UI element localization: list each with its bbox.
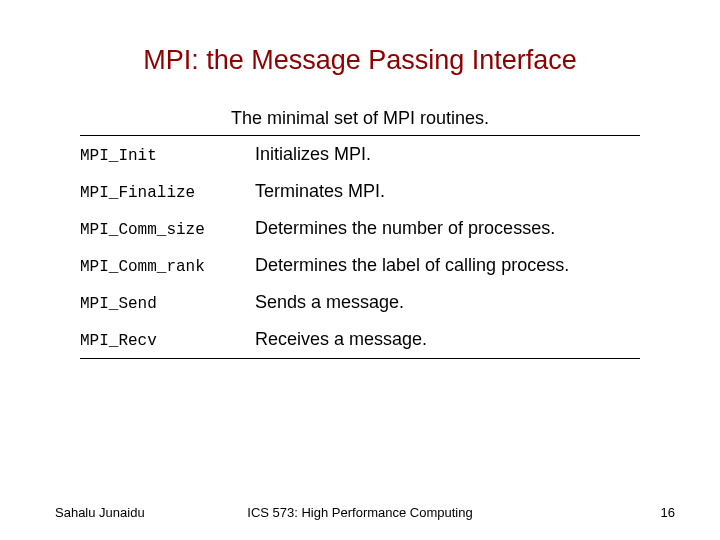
table-row: MPI_Recv Receives a message. [80, 321, 640, 358]
routines-table: MPI_Init Initializes MPI. MPI_Finalize T… [80, 135, 640, 359]
table-row: MPI_Send Sends a message. [80, 284, 640, 321]
footer: Sahalu Junaidu ICS 573: High Performance… [0, 505, 720, 520]
footer-course: ICS 573: High Performance Computing [247, 505, 472, 520]
routine-name: MPI_Recv [80, 332, 255, 350]
routine-name: MPI_Send [80, 295, 255, 313]
routine-name: MPI_Comm_rank [80, 258, 255, 276]
routine-name: MPI_Init [80, 147, 255, 165]
table-row: MPI_Init Initializes MPI. [80, 136, 640, 173]
footer-author: Sahalu Junaidu [55, 505, 145, 520]
routine-desc: Terminates MPI. [255, 181, 640, 202]
table-rule-bottom [80, 358, 640, 359]
subtitle: The minimal set of MPI routines. [65, 108, 655, 129]
page-number: 16 [661, 505, 675, 520]
routine-desc: Initializes MPI. [255, 144, 640, 165]
page-title: MPI: the Message Passing Interface [65, 45, 655, 76]
table-row: MPI_Comm_size Determines the number of p… [80, 210, 640, 247]
routine-desc: Determines the label of calling process. [255, 255, 640, 276]
routine-desc: Determines the number of processes. [255, 218, 640, 239]
routine-name: MPI_Finalize [80, 184, 255, 202]
table-row: MPI_Comm_rank Determines the label of ca… [80, 247, 640, 284]
routine-name: MPI_Comm_size [80, 221, 255, 239]
slide: MPI: the Message Passing Interface The m… [0, 0, 720, 540]
routine-desc: Sends a message. [255, 292, 640, 313]
routine-desc: Receives a message. [255, 329, 640, 350]
table-row: MPI_Finalize Terminates MPI. [80, 173, 640, 210]
